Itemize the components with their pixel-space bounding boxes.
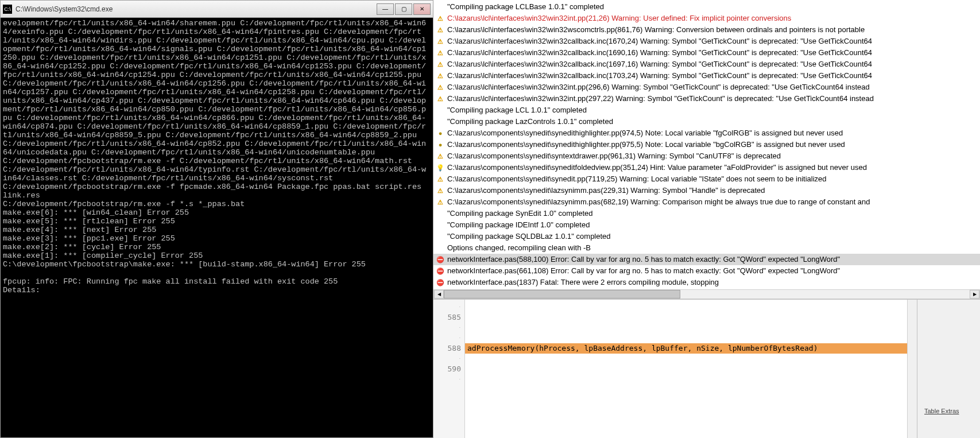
message-text: C:\lazarus\lcl\interfaces\win32\win32int… [447,13,791,24]
message-row[interactable]: ●C:\lazarus\components\synedit\synedithi… [433,127,980,139]
message-row[interactable]: ⚠C:\lazarus\lcl\interfaces\win32\win32in… [433,13,980,24]
message-text: networkInterface.pas(1837) Fatal: There … [447,277,719,288]
scroll-right-icon[interactable]: ▶ [970,290,979,299]
message-row[interactable]: ⚠C:\lazarus\lcl\interfaces\win32\win32ws… [433,24,980,36]
window-buttons: — ▢ ✕ [377,3,431,15]
gutter-line: · [433,354,461,364]
code-line[interactable] [465,354,907,364]
blank-icon [436,220,445,230]
gutter-line: · [433,302,461,312]
message-row[interactable]: 💡C:\lazarus\components\synedit\syneditfo… [433,162,980,173]
code-area[interactable]: adProcessMemory(hProcess, lpBaseAddress,… [465,300,907,438]
warning-icon: ⚠ [436,94,445,103]
message-text: "Compiling package IDEIntf 1.0" complete… [447,219,590,231]
message-row[interactable]: ⚠C:\lazarus\lcl\interfaces\win32\win32ca… [433,47,980,59]
warning-icon: ⚠ [436,60,445,69]
message-text: "Compiling package SynEdit 1.0" complete… [447,208,592,219]
warning-icon: ⚠ [436,37,445,46]
message-row[interactable]: "Compiling package SQLDBLaz 1.0.1" compl… [433,231,980,242]
message-row[interactable]: ⛔networkInterface.pas(1837) Fatal: There… [433,277,980,288]
messages-panel[interactable]: "Compiling package LCLBase 1.0.1" comple… [433,0,980,289]
cmd-icon: C:\ [3,5,12,14]
message-row[interactable]: ⛔networkInterface.pas(588,100) Error: Ca… [433,254,980,265]
message-row[interactable]: Options changed, recompiling clean with … [433,242,980,254]
gutter-line: · [433,333,461,343]
message-row[interactable]: "Compiling package SynEdit 1.0" complete… [433,208,980,219]
warning-icon: ⚠ [436,186,445,195]
gutter-line: 588 [433,343,461,354]
note-icon: ● [436,140,445,149]
message-text: "Compiling package LCLBase 1.0.1" comple… [447,1,604,13]
code-line[interactable]: adProcessMemory(hProcess, lpBaseAddress,… [465,343,907,354]
blank-icon [436,243,445,253]
message-text: C:\lazarus\lcl\interfaces\win32\win32cal… [447,59,872,70]
messages-hscrollbar[interactable]: ◀ ▶ [433,289,980,299]
editor-area: ·585··588·590· adProcessMemory(hProcess,… [433,299,980,438]
error-icon: ⛔ [436,266,445,276]
warning-icon: ⚠ [436,197,445,207]
cmd-window: C:\ C:\Windows\System32\cmd.exe — ▢ ✕ ev… [0,0,433,438]
message-text: C:\lazarus\components\synedit\synedithig… [447,139,845,150]
message-row[interactable]: ⚠C:\lazarus\components\synedit\syntextdr… [433,150,980,162]
cmd-titlebar[interactable]: C:\ C:\Windows\System32\cmd.exe — ▢ ✕ [1,1,433,18]
blank-icon [436,117,445,126]
close-button[interactable]: ✕ [413,3,431,15]
message-text: Options changed, recompiling clean with … [447,242,591,254]
warning-icon: ⚠ [436,25,445,34]
message-text: C:\lazarus\lcl\interfaces\win32\win32cal… [447,36,872,47]
cmd-title: C:\Windows\System32\cmd.exe [16,5,377,13]
warning-icon: ⚠ [436,48,445,57]
message-row[interactable]: ⛔networkInterface.pas(661,108) Error: Ca… [433,265,980,277]
message-row[interactable]: ⚠C:\lazarus\lcl\interfaces\win32\win32ca… [433,59,980,70]
message-row[interactable]: ⚠C:\lazarus\lcl\interfaces\win32\win32in… [433,93,980,104]
scroll-thumb[interactable] [444,290,680,299]
warning-icon: ⚠ [436,83,445,92]
warning-icon: ⚠ [436,152,445,161]
editor-vscrollbar[interactable] [907,300,917,438]
dotted-pattern [919,301,978,436]
minimize-button[interactable]: — [377,3,394,15]
scroll-left-icon[interactable]: ◀ [434,290,444,299]
note-icon: ● [436,129,445,138]
blank-icon [436,106,445,115]
editor-gutter: ·585··588·590· [433,300,465,438]
message-row[interactable]: ⚠C:\lazarus\lcl\interfaces\win32\win32in… [433,82,980,93]
maximize-button[interactable]: ▢ [395,3,412,15]
message-row[interactable]: "Compiling package LCL 1.0.1" completed [433,104,980,116]
code-line[interactable] [465,333,907,343]
message-text: C:\lazarus\components\synedit\lazsynimm.… [447,185,765,196]
code-line[interactable] [465,312,907,323]
message-text: C:\lazarus\lcl\interfaces\win32\win32int… [447,93,874,104]
code-line[interactable] [465,302,907,312]
message-row[interactable]: ⚠C:\lazarus\components\synedit\lazsynimm… [433,196,980,208]
cmd-output[interactable]: evelopment/fpc/rtl/units/x86_64-win64/sh… [1,18,433,437]
side-panel: Table Extras [917,300,980,438]
message-text: C:\lazarus\components\synedit\synedithig… [447,127,843,139]
message-row[interactable]: ●C:\lazarus\components\synedit\synedithi… [433,139,980,150]
scroll-track[interactable] [444,290,970,299]
code-line[interactable] [465,364,907,374]
message-row[interactable]: "Compiling package IDEIntf 1.0" complete… [433,219,980,231]
error-icon: ⛔ [436,255,445,264]
warning-icon: ⚠ [436,175,445,184]
blank-icon [436,209,445,218]
message-row[interactable]: "Compiling package LCLBase 1.0.1" comple… [433,1,980,13]
message-row[interactable]: "Compiling package LazControls 1.0.1" co… [433,116,980,127]
message-row[interactable]: ⚠C:\lazarus\components\synedit\lazsynimm… [433,185,980,196]
message-text: C:\lazarus\components\synedit\lazsynimm.… [447,196,870,208]
message-row[interactable]: ⚠C:\lazarus\lcl\interfaces\win32\win32ca… [433,36,980,47]
gutter-line: 590 [433,364,461,374]
message-row[interactable]: ⚠C:\lazarus\lcl\interfaces\win32\win32ca… [433,70,980,82]
code-line[interactable] [465,323,907,333]
code-line[interactable] [465,374,907,385]
message-text: networkInterface.pas(661,108) Error: Cal… [447,265,840,277]
message-row[interactable]: ⚠C:\lazarus\components\synedit\synedit.p… [433,173,980,185]
message-text: "Compiling package SQLDBLaz 1.0.1" compl… [447,231,611,242]
message-text: C:\lazarus\lcl\interfaces\win32\win32cal… [447,47,872,59]
blank-icon [436,2,445,11]
code-editor[interactable]: ·585··588·590· adProcessMemory(hProcess,… [433,300,917,438]
table-extras-label[interactable]: Table Extras [923,407,960,415]
message-text: "Compiling package LazControls 1.0.1" co… [447,116,613,127]
ide-panel: "Compiling package LCLBase 1.0.1" comple… [433,0,980,438]
message-text: networkInterface.pas(588,100) Error: Cal… [447,254,840,265]
